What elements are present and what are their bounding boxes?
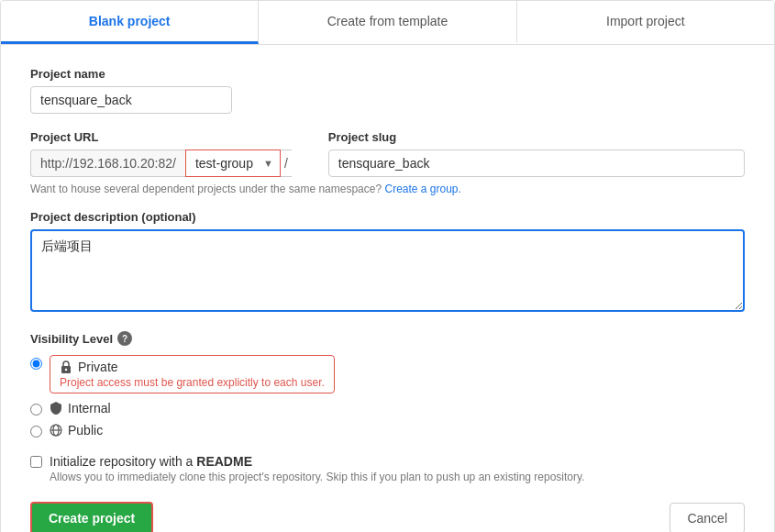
lock-icon	[60, 360, 72, 374]
internal-label: Internal	[68, 401, 111, 416]
svg-point-1	[65, 369, 67, 371]
url-group-wrapper: test-group ▼	[185, 150, 281, 177]
initialize-label: Initialize repository with a README	[50, 454, 584, 469]
url-row: http://192.168.10.20:82/ test-group ▼ /	[30, 150, 292, 177]
public-label-row: Public	[50, 423, 103, 438]
radio-private: Private Project access must be granted e…	[30, 355, 745, 393]
private-label-row: Private	[60, 360, 325, 374]
form-body: Project name Project URL http://192.168.…	[1, 45, 774, 532]
footer-buttons: Create project Cancel	[30, 502, 745, 532]
tab-bar: Blank project Create from template Impor…	[1, 1, 774, 45]
help-icon[interactable]: ?	[117, 331, 132, 346]
project-name-group: Project name	[30, 67, 745, 114]
globe-icon	[50, 424, 62, 437]
tab-blank-project[interactable]: Blank project	[1, 1, 259, 44]
public-label: Public	[68, 423, 103, 438]
shield-icon	[50, 401, 62, 416]
initialize-row: Initialize repository with a README Allo…	[30, 454, 745, 483]
url-prefix: http://192.168.10.20:82/	[30, 150, 185, 177]
url-group-select[interactable]: test-group	[185, 150, 281, 177]
description-textarea[interactable]: 后端项目	[30, 229, 745, 312]
slug-section: Project slug	[328, 130, 745, 177]
project-name-label: Project name	[30, 67, 745, 81]
url-separator: /	[281, 150, 292, 177]
description-group: Project description (optional) 后端项目	[30, 210, 745, 315]
radio-public-input[interactable]	[30, 426, 42, 438]
project-slug-label: Project slug	[328, 130, 745, 144]
visibility-label: Visibility Level	[30, 332, 113, 346]
radio-internal: Internal	[30, 401, 745, 416]
initialize-content: Initialize repository with a README Allo…	[50, 454, 584, 483]
cancel-button[interactable]: Cancel	[670, 503, 745, 532]
internal-option-content: Internal	[50, 401, 111, 416]
private-label: Private	[78, 360, 118, 374]
description-label: Project description (optional)	[30, 210, 745, 224]
create-project-button[interactable]: Create project	[30, 502, 153, 532]
tab-create-from-template[interactable]: Create from template	[259, 1, 516, 44]
internal-label-row: Internal	[50, 401, 111, 416]
visibility-group: Visibility Level ? Private Project ac	[30, 331, 745, 438]
url-slug-area: Project URL http://192.168.10.20:82/ tes…	[30, 130, 745, 177]
radio-public: Public	[30, 423, 745, 438]
url-section: Project URL http://192.168.10.20:82/ tes…	[30, 130, 292, 177]
private-option-box: Private Project access must be granted e…	[50, 355, 335, 393]
project-url-label: Project URL	[30, 130, 292, 144]
project-slug-input[interactable]	[328, 150, 745, 177]
public-option-content: Public	[50, 423, 103, 438]
radio-private-input[interactable]	[30, 358, 42, 370]
initialize-checkbox[interactable]	[30, 456, 42, 468]
radio-internal-input[interactable]	[30, 404, 42, 416]
create-group-link[interactable]: Create a group.	[384, 183, 460, 195]
namespace-hint: Want to house several dependent projects…	[30, 183, 745, 195]
project-name-input[interactable]	[30, 86, 232, 114]
private-hint: Project access must be granted explicitl…	[60, 376, 325, 389]
visibility-label-row: Visibility Level ?	[30, 331, 745, 346]
tab-import-project[interactable]: Import project	[517, 1, 774, 44]
initialize-hint: Allows you to immediately clone this pro…	[50, 471, 584, 483]
